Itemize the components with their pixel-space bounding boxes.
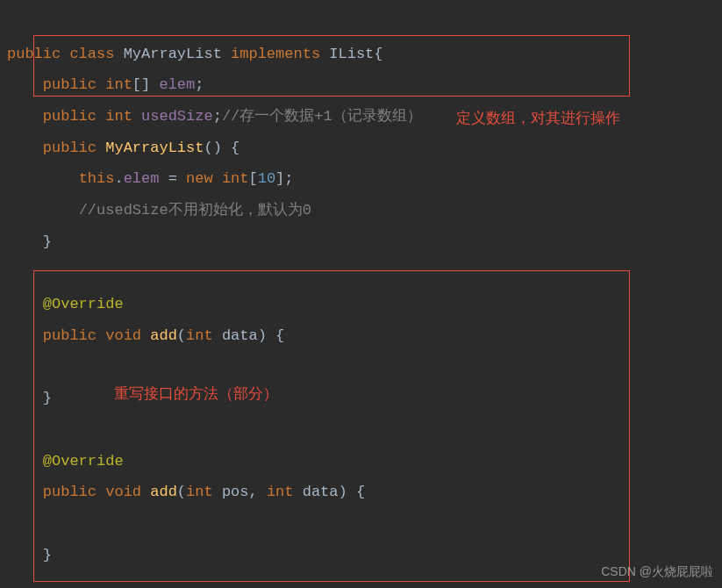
code-line: @Override: [7, 296, 124, 312]
type-int: int: [105, 108, 132, 125]
code-line: public int[] elem;: [7, 76, 204, 93]
code-line: }: [7, 233, 52, 250]
code-line: public MyArrayList() {: [7, 140, 239, 156]
code-line: //usedSize不用初始化，默认为0: [7, 202, 311, 219]
keyword-public: public: [43, 484, 97, 500]
paren-close-brace: ) {: [339, 484, 366, 500]
method-add: add: [150, 327, 177, 344]
keyword-implements: implements: [231, 46, 320, 62]
brackets: []: [132, 76, 150, 93]
number-literal: 10: [258, 170, 275, 187]
parens-brace: () {: [204, 140, 239, 156]
field-elem: elem: [124, 170, 160, 187]
code-line: public class MyArrayList implements ILis…: [7, 46, 383, 62]
semicolon: ;: [284, 170, 293, 187]
code-line-empty: [7, 421, 16, 438]
code-line: public int usedSize;//存一个数据+1（记录数组）: [7, 108, 422, 125]
keyword-public: public: [43, 108, 97, 125]
keyword-this: this: [79, 170, 115, 187]
annotation-override: @Override: [43, 296, 124, 312]
semicolon: ;: [213, 108, 222, 125]
keyword-public: public: [43, 327, 97, 344]
keyword-void: void: [105, 327, 141, 344]
code-line: @Override: [7, 453, 124, 470]
type-int: int: [222, 170, 249, 187]
keyword-void: void: [105, 484, 141, 500]
comma: ,: [248, 484, 266, 500]
brace-close: }: [43, 390, 52, 406]
type-int: int: [186, 484, 213, 500]
code-line-empty: [7, 515, 16, 532]
brace-open: {: [374, 46, 382, 62]
class-name: MyArrayList: [124, 46, 222, 62]
code-line: }: [7, 390, 52, 406]
bracket-open: [: [248, 170, 257, 187]
code-line: public void add(int data) {: [7, 327, 284, 344]
equals: =: [159, 170, 186, 187]
watermark: CSDN @火烧屁屁啦: [601, 559, 713, 584]
code-block: public class MyArrayList implements ILis…: [7, 7, 715, 570]
keyword-public: public: [43, 140, 97, 156]
param-data: data: [222, 327, 258, 344]
method-add: add: [150, 484, 177, 500]
interface-name: IList: [329, 46, 374, 62]
param-data: data: [303, 484, 339, 500]
keyword-class: class: [69, 46, 114, 62]
bracket-close: ]: [275, 170, 284, 187]
constructor-name: MyArrayList: [105, 140, 204, 156]
keyword-new: new: [186, 170, 213, 187]
field-usedsize: usedSize: [141, 108, 213, 125]
comment: //usedSize不用初始化，默认为0: [79, 202, 311, 219]
keyword-public: public: [7, 46, 61, 62]
code-line: this.elem = new int[10];: [7, 170, 294, 187]
dot: .: [114, 170, 123, 187]
field-elem: elem: [159, 76, 195, 93]
code-line-empty: [7, 265, 16, 282]
param-pos: pos: [222, 484, 249, 500]
keyword-public: public: [43, 76, 97, 93]
brace-close: }: [43, 547, 52, 563]
type-int: int: [186, 327, 213, 344]
brace-close: }: [43, 233, 52, 250]
paren-open: (: [177, 327, 186, 344]
type-int: int: [105, 76, 132, 93]
comment: //存一个数据+1（记录数组）: [222, 108, 422, 125]
code-line: }: [7, 547, 52, 563]
annotation-override-methods: 重写接口的方法（部分）: [114, 383, 278, 406]
code-line: public void add(int pos, int data) {: [7, 484, 365, 500]
paren-open: (: [177, 484, 186, 500]
code-line-empty: [7, 359, 16, 376]
annotation-override: @Override: [43, 453, 124, 470]
annotation-define-array: 定义数组，对其进行操作: [456, 107, 632, 131]
type-int: int: [267, 484, 294, 500]
semicolon: ;: [195, 76, 204, 93]
paren-close-brace: ) {: [258, 327, 285, 344]
